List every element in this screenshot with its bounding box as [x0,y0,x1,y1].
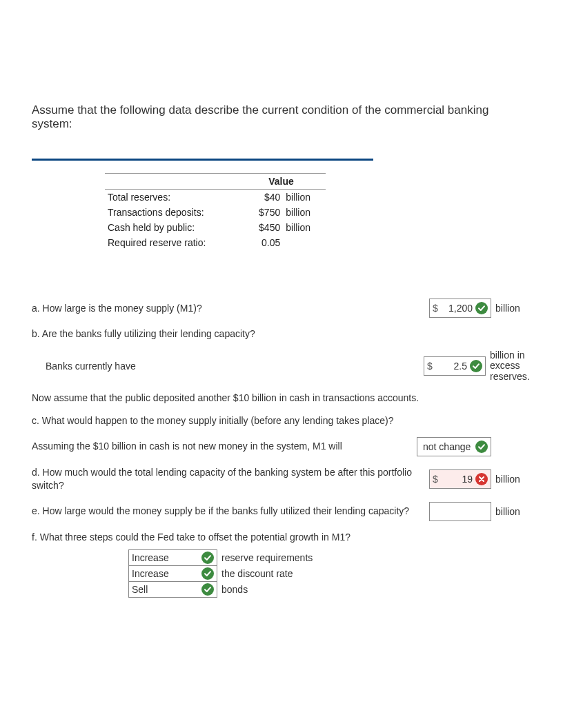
answer-e-input[interactable] [429,502,491,521]
question-c-line2: Assuming the $10 billion in cash is not … [32,440,417,453]
question-b-text: b. Are the banks fully utilizing their l… [32,327,531,341]
check-icon [201,552,214,564]
table-row: Transactions deposits: $750 billion [105,205,326,220]
dollar-sign: $ [433,474,438,485]
answer-b-value: 2.5 [434,361,467,372]
f-label: the discount rate [217,565,317,581]
table-row: Cash held by public: $450 billion [105,220,326,235]
dollar-sign: $ [433,303,438,314]
row-amount: $40 [237,190,283,205]
row-label: Cash held by public: [105,220,237,235]
row-unit: billion [283,205,326,220]
row-amount: $450 [237,220,283,235]
data-table: Value Total reserves: $40 billion Transa… [105,173,326,250]
answer-a-suffix: billion [495,303,531,314]
answer-d-input[interactable]: $ 19 [429,469,491,489]
question-f-text: f. What three steps could the Fed take t… [32,531,531,544]
divider-rule [32,159,373,161]
question-f-table: Increase reserve requirements Increase [128,549,317,598]
question-a-row: a. How large is the money supply (M1)? $… [32,299,531,318]
table-row: Required reserve ratio: 0.05 [105,235,326,250]
f-answer-value: Sell [132,584,201,595]
question-c-text: c. What would happen to the money supply… [32,414,531,427]
f-answer-box[interactable]: Increase [129,565,217,581]
table-header-blank [105,174,237,190]
question-b-row: Banks currently have $ 2.5 billion in ex… [32,350,531,382]
f-row: Sell bonds [129,581,317,597]
question-e-text: e. How large would the money supply be i… [32,505,429,518]
check-icon [475,302,488,314]
question-b-indent: Banks currently have [32,360,424,373]
assume-text: Now assume that the public deposited ano… [32,392,531,405]
dollar-sign: $ [427,361,433,372]
row-label: Total reserves: [105,190,237,205]
answer-e-suffix: billion [495,506,531,517]
check-icon [475,441,488,453]
f-row: Increase the discount rate [129,565,317,581]
answer-b-input[interactable]: $ 2.5 [424,356,486,376]
intro-text: Assume that the following data describe … [32,103,531,131]
answer-d-suffix: billion [495,474,531,485]
row-label: Transactions deposits: [105,205,237,220]
question-d-row: d. How much would the total lending capa… [32,466,531,492]
question-d-text: d. How much would the total lending capa… [32,466,429,492]
question-a-text: a. How large is the money supply (M1)? [32,302,429,315]
check-icon [470,360,482,372]
check-icon [201,583,214,596]
table-row: Total reserves: $40 billion [105,190,326,205]
x-icon [475,473,488,485]
answer-c-value: not change [420,441,475,452]
f-answer-box[interactable]: Increase [129,549,217,565]
check-icon [201,567,214,580]
answer-a-input[interactable]: $ 1,200 [429,299,491,318]
row-amount: $750 [237,205,283,220]
row-unit: billion [283,220,326,235]
f-label: reserve requirements [217,549,317,565]
answer-a-value: 1,200 [439,303,473,314]
row-unit: billion [283,190,326,205]
f-label: bonds [217,581,317,597]
answer-d-value: 19 [439,474,473,485]
f-answer-value: Increase [132,568,201,579]
answer-c-input[interactable]: not change [417,437,491,456]
row-label: Required reserve ratio: [105,235,237,250]
f-row: Increase reserve requirements [129,549,317,565]
row-amount: 0.05 [237,235,283,250]
row-unit [283,235,326,250]
table-header-value: Value [237,174,326,190]
answer-b-suffix: billion in excess reserves. [490,350,531,382]
question-e-row: e. How large would the money supply be i… [32,502,531,521]
f-answer-box[interactable]: Sell [129,581,217,597]
question-c-row: Assuming the $10 billion in cash is not … [32,437,531,456]
f-answer-value: Increase [132,552,201,563]
